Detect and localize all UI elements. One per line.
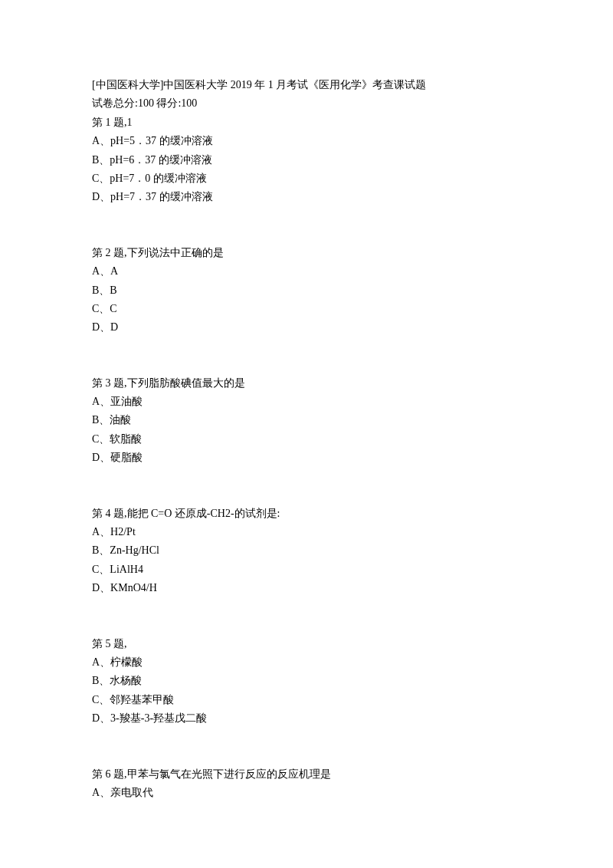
option-d: D、D — [92, 319, 521, 336]
option-a: A、亚油酸 — [92, 393, 521, 410]
question-4: 第 4 题,能把 C=O 还原成-CH2-的试剂是: A、H2/Pt B、Zn-… — [92, 505, 521, 597]
option-b: B、油酸 — [92, 412, 521, 429]
option-c: C、pH=7．0 的缓冲溶液 — [92, 170, 521, 187]
option-c: C、软脂酸 — [92, 431, 521, 448]
option-a: A、柠檬酸 — [92, 654, 521, 671]
question-3: 第 3 题,下列脂肪酸碘值最大的是 A、亚油酸 B、油酸 C、软脂酸 D、硬脂酸 — [92, 375, 521, 467]
score-line: 试卷总分:100 得分:100 — [92, 95, 521, 112]
question-header: 第 2 题,下列说法中正确的是 — [92, 245, 521, 261]
option-d: D、pH=7．37 的缓冲溶液 — [92, 189, 521, 205]
option-b: B、水杨酸 — [92, 672, 521, 689]
question-header: 第 4 题,能把 C=O 还原成-CH2-的试剂是: — [92, 505, 521, 522]
option-b: B、B — [92, 282, 521, 299]
question-5: 第 5 题, A、柠檬酸 B、水杨酸 C、邻羟基苯甲酸 D、3-羧基-3-羟基戊… — [92, 636, 521, 728]
option-a: A、A — [92, 263, 521, 280]
question-header: 第 5 题, — [92, 636, 521, 653]
option-d: D、3-羧基-3-羟基戊二酸 — [92, 710, 521, 727]
option-c: C、LiAlH4 — [92, 561, 521, 578]
question-2: 第 2 题,下列说法中正确的是 A、A B、B C、C D、D — [92, 245, 521, 337]
option-c: C、C — [92, 301, 521, 317]
option-c: C、邻羟基苯甲酸 — [92, 692, 521, 709]
question-6: 第 6 题,甲苯与氯气在光照下进行反应的反应机理是 A、亲电取代 — [92, 766, 521, 802]
option-d: D、硬脂酸 — [92, 449, 521, 466]
option-b: B、Zn-Hg/HCl — [92, 542, 521, 559]
question-1: 第 1 题,1 A、pH=5．37 的缓冲溶液 B、pH=6．37 的缓冲溶液 … — [92, 114, 521, 206]
option-a: A、pH=5．37 的缓冲溶液 — [92, 133, 521, 150]
option-a: A、亲电取代 — [92, 784, 521, 801]
option-a: A、H2/Pt — [92, 524, 521, 541]
question-header: 第 3 题,下列脂肪酸碘值最大的是 — [92, 375, 521, 392]
question-header: 第 6 题,甲苯与氯气在光照下进行反应的反应机理是 — [92, 766, 521, 783]
exam-title: [中国医科大学]中国医科大学 2019 年 1 月考试《医用化学》考查课试题 — [92, 77, 521, 94]
option-b: B、pH=6．37 的缓冲溶液 — [92, 152, 521, 169]
question-header: 第 1 题,1 — [92, 114, 521, 131]
option-d: D、KMnO4/H — [92, 580, 521, 597]
